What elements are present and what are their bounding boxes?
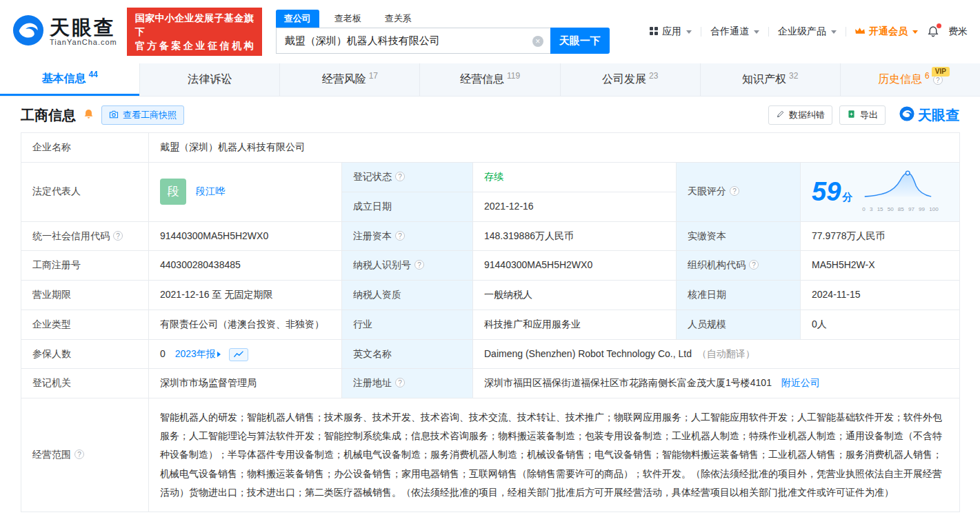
company-name-label: 企业名称 bbox=[21, 133, 149, 163]
logo-title: 天眼查 bbox=[50, 17, 117, 38]
tianyancha-logo[interactable]: 天眼查 TianYanCha.com bbox=[12, 14, 117, 49]
tab-operating-info[interactable]: 经营信息 119 bbox=[419, 63, 559, 96]
help-icon[interactable] bbox=[730, 186, 739, 196]
industry-label: 行业 bbox=[342, 310, 473, 339]
certification-badge: 国家中小企业发展子基金旗下 官方备案企业征信机构 bbox=[127, 8, 262, 56]
biz-scope-value: 智能机器人的研发；智能机器人销售；技术服务、技术开发、技术咨询、技术交流、技术转… bbox=[149, 398, 960, 512]
snapshot-button-label: 查看工商快照 bbox=[123, 109, 177, 121]
legal-rep-cell: 段 段江哗 bbox=[149, 162, 342, 221]
help-icon[interactable] bbox=[395, 231, 405, 241]
tab-intellectual-property[interactable]: 知识产权 32 bbox=[700, 63, 840, 96]
insured-count: 0 bbox=[160, 348, 166, 359]
table-row: 营业期限 2021-12-16 至 无固定期限 纳税人资质 一般纳税人 核准日期… bbox=[21, 281, 960, 310]
search-tab-relation[interactable]: 查关系 bbox=[377, 10, 420, 28]
table-row: 参保人数 0 2023年报 英文名称 Daimeng (Shenzhen) Ro… bbox=[21, 339, 960, 369]
notification-bell-icon[interactable] bbox=[927, 26, 939, 38]
edit-icon bbox=[776, 110, 785, 121]
menu-cooperation[interactable]: 合作通道 bbox=[710, 26, 759, 38]
chevron-down-icon bbox=[686, 30, 692, 34]
reg-capital-label-cell: 注册资本 bbox=[342, 221, 473, 251]
insured-value-cell: 0 2023年报 bbox=[149, 339, 342, 369]
tab-basic-info[interactable]: 基本信息 44 bbox=[0, 63, 139, 96]
table-row: 登记机关 深圳市市场监督管理局 注册地址 深圳市福田区福保街道福保社区市花路南侧… bbox=[21, 369, 960, 398]
taxpayer-quality-label: 纳税人资质 bbox=[342, 281, 473, 310]
reg-address-label-cell: 注册地址 bbox=[342, 369, 473, 398]
correction-button-label: 数据纠错 bbox=[789, 109, 825, 121]
divider bbox=[846, 27, 846, 37]
user-menu[interactable]: 费米 bbox=[948, 26, 968, 38]
legal-rep-avatar[interactable]: 段 bbox=[160, 179, 186, 205]
search-input[interactable] bbox=[277, 28, 550, 53]
divider bbox=[768, 27, 769, 37]
biz-term-value: 2021-12-16 至 无固定期限 bbox=[149, 281, 342, 310]
username: 费米 bbox=[948, 26, 968, 38]
help-icon[interactable] bbox=[74, 449, 84, 459]
vip-badge: VIP bbox=[932, 67, 950, 77]
chevron-down-icon bbox=[912, 30, 918, 34]
tab-history-info[interactable]: VIP 历史信息 6 bbox=[840, 63, 980, 96]
search-tab-boss[interactable]: 查老板 bbox=[326, 10, 370, 28]
table-row: 经营范围 智能机器人的研发；智能机器人销售；技术服务、技术开发、技术咨询、技术交… bbox=[21, 398, 960, 512]
table-row: 统一社会信用代码 91440300MA5H5H2WX0 注册资本 148.319… bbox=[21, 221, 960, 251]
legal-rep-name-link[interactable]: 段江哗 bbox=[196, 185, 225, 196]
tab-legal-proceedings[interactable]: 法律诉讼 bbox=[139, 63, 279, 96]
search-area: 查公司 查老板 查关系 天眼一下 bbox=[276, 10, 610, 54]
table-row: 企业类型 有限责任公司（港澳台投资、非独资） 行业 科技推广和应用服务业 人员规… bbox=[21, 310, 960, 339]
reg-address-value: 深圳市福田区福保街道福保社区市花路南侧长富金茂大厦1号楼4101 bbox=[484, 377, 772, 388]
menu-enterprise-label: 企业级产品 bbox=[778, 26, 826, 38]
menu-apps[interactable]: 应用 bbox=[649, 26, 692, 38]
business-info-table: 企业名称 戴盟（深圳）机器人科技有限公司 法定代表人 段 段江哗 登记状态 存续… bbox=[21, 132, 960, 512]
tab-development-label: 公司发展 bbox=[602, 72, 646, 87]
export-button-label: 导出 bbox=[860, 109, 878, 121]
menu-enterprise-products[interactable]: 企业级产品 bbox=[778, 26, 837, 38]
est-date-value: 2021-12-16 bbox=[473, 192, 677, 221]
data-correction-button[interactable]: 数据纠错 bbox=[768, 105, 832, 125]
reg-number-label: 工商注册号 bbox=[21, 251, 149, 281]
tab-risk-label: 经营风险 bbox=[322, 72, 366, 87]
help-icon[interactable] bbox=[113, 231, 123, 241]
help-icon[interactable] bbox=[749, 260, 759, 270]
paid-capital-label: 实缴资本 bbox=[677, 221, 801, 251]
reg-status-value-cell: 存续 bbox=[473, 162, 677, 192]
taxpayer-id-label-cell: 纳税人识别号 bbox=[342, 251, 473, 281]
company-type-label: 企业类型 bbox=[21, 310, 149, 339]
tianyancha-watermark: 天眼查 bbox=[899, 106, 959, 125]
staff-size-value: 0人 bbox=[801, 310, 960, 339]
reg-authority-value: 深圳市市场监督管理局 bbox=[149, 369, 342, 398]
business-snapshot-button[interactable]: 查看工商快照 bbox=[101, 105, 184, 125]
subscribe-bell-icon[interactable] bbox=[83, 108, 94, 123]
nearby-companies-link[interactable]: 附近公司 bbox=[781, 377, 820, 388]
export-button[interactable]: 导出 bbox=[839, 105, 886, 125]
search-tab-company[interactable]: 查公司 bbox=[276, 10, 319, 28]
help-icon[interactable] bbox=[395, 378, 405, 387]
help-icon[interactable] bbox=[395, 172, 405, 181]
credit-code-label: 统一社会信用代码 bbox=[32, 230, 110, 241]
logo-subtitle: TianYanCha.com bbox=[50, 38, 117, 46]
tab-history-label: 历史信息 bbox=[878, 72, 922, 87]
credit-code-value: 91440300MA5H5H2WX0 bbox=[149, 221, 342, 251]
score-unit: 分 bbox=[842, 191, 852, 203]
taxpayer-id-value: 91440300MA5H5H2WX0 bbox=[473, 251, 677, 281]
header: 天眼查 TianYanCha.com 国家中小企业发展子基金旗下 官方备案企业征… bbox=[0, 0, 980, 63]
annual-report-link[interactable]: 2023年报 bbox=[175, 348, 216, 359]
biz-term-label: 营业期限 bbox=[21, 281, 149, 310]
tab-company-development[interactable]: 公司发展 23 bbox=[560, 63, 700, 96]
menu-open-vip[interactable]: 开通会员 bbox=[855, 26, 918, 38]
legal-rep-label: 法定代表人 bbox=[21, 162, 149, 221]
score-curve-chart: 0 3 15 50 85 97 99 100 bbox=[862, 170, 938, 214]
taxpayer-id-label: 纳税人识别号 bbox=[353, 259, 411, 270]
clear-search-icon[interactable] bbox=[532, 36, 543, 47]
reg-address-value-cell: 深圳市福田区福保街道福保社区市花路南侧长富金茂大厦1号楼4101 附近公司 bbox=[473, 369, 960, 398]
certification-line1: 国家中小企业发展子基金旗下 bbox=[135, 11, 254, 39]
tab-operating-risk[interactable]: 经营风险 17 bbox=[279, 63, 419, 96]
insured-trend-icon[interactable] bbox=[229, 348, 248, 361]
notification-dot bbox=[937, 23, 941, 28]
score-value: 59 bbox=[812, 177, 841, 206]
reg-status-label: 登记状态 bbox=[353, 171, 392, 182]
search-button[interactable]: 天眼一下 bbox=[550, 28, 610, 54]
tab-count: 6 bbox=[925, 71, 930, 81]
org-code-value: MA5H5H2W-X bbox=[801, 251, 960, 281]
help-icon[interactable] bbox=[414, 260, 424, 270]
score-label: 天眼评分 bbox=[688, 185, 726, 196]
company-type-value: 有限责任公司（港澳台投资、非独资） bbox=[149, 310, 342, 339]
